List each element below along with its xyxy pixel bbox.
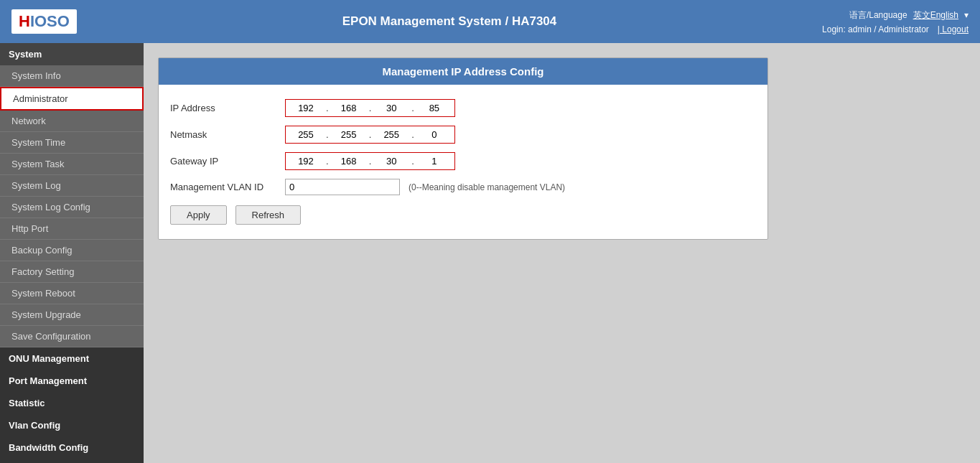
gateway-label: Gateway IP xyxy=(170,156,285,167)
sidebar-item-system-upgrade[interactable]: System Upgrade xyxy=(0,304,144,326)
ip-address-row: IP Address . . . xyxy=(170,99,756,117)
ip-address-group: . . . xyxy=(285,99,455,117)
lang-label: 语言/Language xyxy=(849,9,907,22)
logo: HIOSO xyxy=(11,9,77,34)
layout: System System Info Administrator Network… xyxy=(0,43,980,463)
ip-octet-4[interactable] xyxy=(416,101,453,115)
netmask-label: Netmask xyxy=(170,129,285,140)
sidebar-section-port-management[interactable]: Port Management xyxy=(0,370,144,392)
logo-text: H xyxy=(19,12,30,30)
sidebar-item-system-info[interactable]: System Info xyxy=(0,65,144,87)
ip-address-label: IP Address xyxy=(170,103,285,113)
gateway-dot-2: . xyxy=(368,156,373,167)
sidebar-item-backup-config[interactable]: Backup Config xyxy=(0,240,144,261)
sidebar-item-system-task[interactable]: System Task xyxy=(0,154,144,175)
sidebar-item-system-reboot[interactable]: System Reboot xyxy=(0,283,144,304)
header: HIOSO EPON Management System / HA7304 语言… xyxy=(0,0,980,43)
gateway-octet-2[interactable] xyxy=(330,154,368,168)
sidebar-section-onu-management[interactable]: ONU Management xyxy=(0,347,144,370)
netmask-dot-3: . xyxy=(410,129,416,140)
lang-value[interactable]: 英文English xyxy=(913,9,958,22)
apply-button[interactable]: Apply xyxy=(170,205,227,225)
ip-octet-3[interactable] xyxy=(373,101,410,115)
header-title: EPON Management System / HA7304 xyxy=(342,14,557,29)
sidebar-item-system-log[interactable]: System Log xyxy=(0,175,144,197)
sidebar-item-factory-setting[interactable]: Factory Setting xyxy=(0,261,144,283)
sidebar-section-bandwidth-config[interactable]: Bandwidth Config xyxy=(0,436,144,459)
gateway-octet-4[interactable] xyxy=(416,154,453,168)
refresh-button[interactable]: Refresh xyxy=(235,205,302,225)
ip-dot-3: . xyxy=(410,103,416,113)
language-bar: 语言/Language 英文English ▾ xyxy=(849,9,969,22)
sidebar-section-system: System xyxy=(0,43,144,65)
gateway-octet-3[interactable] xyxy=(373,154,410,168)
netmask-octet-3[interactable] xyxy=(373,128,410,141)
vlan-id-label: Management VLAN ID xyxy=(170,182,285,192)
netmask-row: Netmask . . . xyxy=(170,126,756,144)
netmask-dot-2: . xyxy=(368,129,373,140)
sidebar-item-network[interactable]: Network xyxy=(0,111,144,132)
sidebar-section-olt-mac-config[interactable]: OLT Mac Config xyxy=(0,459,144,463)
gateway-group: . . . xyxy=(285,152,455,170)
sidebar: System System Info Administrator Network… xyxy=(0,43,144,463)
netmask-octet-1[interactable] xyxy=(287,128,325,141)
ip-octet-2[interactable] xyxy=(330,101,368,115)
header-right: 语言/Language 英文English ▾ Login: admin / A… xyxy=(822,9,969,34)
netmask-octet-2[interactable] xyxy=(330,128,368,141)
lang-dropdown-icon: ▾ xyxy=(964,10,969,20)
card-body: IP Address . . . Netmask xyxy=(159,85,767,239)
sidebar-item-administrator[interactable]: Administrator xyxy=(0,87,144,111)
gateway-dot-1: . xyxy=(325,156,330,167)
logout-link[interactable]: | Logout xyxy=(938,24,969,34)
vlan-id-input[interactable] xyxy=(285,179,400,195)
card-title: Management IP Address Config xyxy=(159,58,767,85)
gateway-row: Gateway IP . . . xyxy=(170,152,756,170)
sidebar-item-save-configuration[interactable]: Save Configuration xyxy=(0,326,144,347)
login-bar: Login: admin / Administrator | Logout xyxy=(822,24,969,34)
sidebar-item-http-port[interactable]: Http Port xyxy=(0,218,144,240)
button-row: Apply Refresh xyxy=(170,205,756,225)
ip-config-card: Management IP Address Config IP Address … xyxy=(158,57,768,240)
netmask-group: . . . xyxy=(285,126,455,144)
sidebar-section-vlan-config[interactable]: Vlan Config xyxy=(0,414,144,436)
sidebar-section-statistic[interactable]: Statistic xyxy=(0,392,144,414)
ip-dot-1: . xyxy=(325,103,330,113)
vlan-id-row: Management VLAN ID (0--Meaning disable m… xyxy=(170,179,756,195)
login-label: Login: admin / Administrator xyxy=(822,24,929,34)
sidebar-item-system-log-config[interactable]: System Log Config xyxy=(0,197,144,218)
vlan-hint: (0--Meaning disable management VLAN) xyxy=(409,182,565,192)
netmask-dot-1: . xyxy=(325,129,330,140)
gateway-octet-1[interactable] xyxy=(287,154,325,168)
ip-octet-1[interactable] xyxy=(287,101,325,115)
sidebar-item-system-time[interactable]: System Time xyxy=(0,132,144,154)
gateway-dot-3: . xyxy=(410,156,416,167)
main-content: Management IP Address Config IP Address … xyxy=(144,43,980,463)
netmask-octet-4[interactable] xyxy=(416,128,453,141)
ip-dot-2: . xyxy=(368,103,373,113)
